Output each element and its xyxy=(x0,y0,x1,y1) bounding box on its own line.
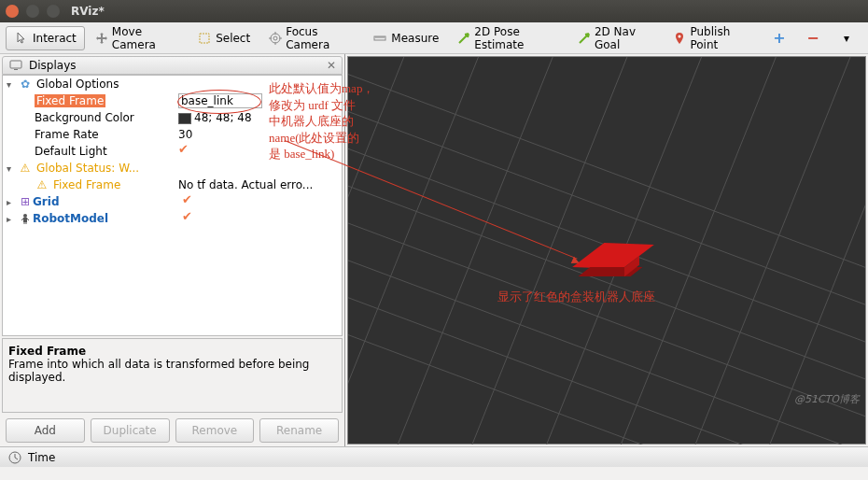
annotation-bottom: 显示了红色的盒装机器人底座 xyxy=(497,289,655,305)
plus-icon: + xyxy=(772,31,787,46)
select-icon xyxy=(197,31,212,46)
window-close-button[interactable] xyxy=(6,5,19,18)
description-text: Frame into which all data is transformed… xyxy=(8,358,310,384)
gear-icon: ✿ xyxy=(18,77,33,92)
grid-icon: ⊞ xyxy=(18,194,33,209)
svg-rect-5 xyxy=(10,61,21,68)
svg-rect-8 xyxy=(23,218,27,222)
publish-point-label: Publish Point xyxy=(690,25,751,51)
displays-panel-title: Displays xyxy=(29,59,76,72)
rename-button[interactable]: Rename xyxy=(259,418,339,443)
pose-estimate-button[interactable]: 2D Pose Estimate xyxy=(449,21,567,56)
expand-icon[interactable]: ▾ xyxy=(7,163,18,174)
displays-icon xyxy=(8,58,23,73)
window-maximize-button[interactable] xyxy=(47,5,60,18)
measure-button[interactable]: Measure xyxy=(364,26,447,50)
global-options-label: Global Options xyxy=(36,78,119,91)
window-title: RViz* xyxy=(71,5,105,18)
nav-goal-button[interactable]: 2D Nav Goal xyxy=(569,21,664,56)
arrow-icon xyxy=(578,31,591,46)
time-panel-header[interactable]: Time xyxy=(0,446,868,467)
robot-icon xyxy=(18,211,33,226)
remove-button[interactable]: Remove xyxy=(175,418,255,443)
pointer-icon xyxy=(14,31,29,46)
svg-rect-0 xyxy=(200,34,209,43)
svg-line-24 xyxy=(738,57,865,445)
fixed-frame-msg: No tf data. Actual erro... xyxy=(175,178,342,191)
default-light-checkbox[interactable] xyxy=(178,144,191,157)
svg-rect-6 xyxy=(14,69,18,70)
default-light-label: Default Light xyxy=(35,145,107,158)
tree-item-fixed-frame-status[interactable]: ⚠Fixed Frame No tf data. Actual erro... xyxy=(3,176,342,193)
panel-button-row: Add Duplicate Remove Rename xyxy=(0,415,344,446)
grid-label: Grid xyxy=(33,195,59,208)
ruler-icon xyxy=(372,31,387,46)
duplicate-button[interactable]: Duplicate xyxy=(91,418,170,443)
focus-camera-button[interactable]: Focus Camera xyxy=(260,21,362,56)
nav-goal-label: 2D Nav Goal xyxy=(595,25,655,51)
3d-viewport[interactable]: 显示了红色的盒装机器人底座 @51CTO博客 xyxy=(347,56,866,445)
select-button[interactable]: Select xyxy=(189,26,259,50)
warning-icon: ⚠ xyxy=(35,177,49,192)
add-button[interactable]: Add xyxy=(6,418,85,443)
svg-line-19 xyxy=(367,57,571,445)
robot-model-checkbox[interactable] xyxy=(182,211,195,224)
arrow-icon xyxy=(457,31,470,46)
move-icon xyxy=(95,31,108,46)
target-icon xyxy=(269,31,282,46)
pose-estimate-label: 2D Pose Estimate xyxy=(474,25,559,51)
publish-point-button[interactable]: Publish Point xyxy=(665,21,760,56)
window-minimize-button[interactable] xyxy=(26,5,39,18)
fixed-frame-label: Fixed Frame xyxy=(35,94,105,107)
frame-rate-label: Frame Rate xyxy=(35,128,99,141)
move-camera-label: Move Camera xyxy=(112,25,178,51)
clock-icon xyxy=(7,450,22,465)
window-titlebar: RViz* xyxy=(0,0,868,22)
annotation-top: 此处默认值为map， 修改为 urdf 文件 中机器人底座的 name(此处设置… xyxy=(269,80,374,162)
svg-point-2 xyxy=(273,36,277,40)
expand-icon[interactable]: ▸ xyxy=(7,197,18,207)
toolbar-menu-button[interactable]: ▾ xyxy=(831,26,862,50)
description-heading: Fixed Frame xyxy=(8,345,86,358)
svg-line-16 xyxy=(348,318,865,445)
pin-icon xyxy=(673,31,686,46)
panel-close-button[interactable]: ✕ xyxy=(327,59,336,72)
warning-icon: ⚠ xyxy=(18,161,33,176)
robot-model-label: RobotModel xyxy=(33,212,108,225)
time-label: Time xyxy=(28,451,55,464)
svg-line-11 xyxy=(348,205,865,438)
main-area: Displays ✕ ▾ ✿Global Options Fixed Frame… xyxy=(0,54,868,446)
interact-label: Interact xyxy=(33,32,77,45)
fixed-frame-sub-label: Fixed Frame xyxy=(53,178,120,191)
grid-checkbox[interactable] xyxy=(182,194,195,207)
remove-tool-button[interactable]: − xyxy=(797,26,829,50)
interact-button[interactable]: Interact xyxy=(6,26,85,50)
annotation-circle xyxy=(177,90,261,114)
expand-icon[interactable]: ▸ xyxy=(7,214,18,224)
main-toolbar: Interact Move Camera Select Focus Camera… xyxy=(0,22,868,54)
svg-point-1 xyxy=(271,34,280,43)
svg-line-10 xyxy=(348,169,865,402)
svg-point-4 xyxy=(679,35,681,37)
global-status-label: Global Status: W... xyxy=(36,162,139,175)
svg-point-7 xyxy=(23,214,27,218)
tree-item-robot-model[interactable]: ▸ RobotModel xyxy=(3,210,342,227)
tree-item-grid[interactable]: ▸ ⊞ Grid xyxy=(3,193,342,210)
watermark: @51CTO博客 xyxy=(794,392,860,406)
minus-icon: − xyxy=(805,31,820,46)
focus-camera-label: Focus Camera xyxy=(286,25,354,51)
measure-label: Measure xyxy=(391,32,439,45)
description-panel: Fixed Frame Frame into which all data is… xyxy=(2,338,343,413)
color-swatch[interactable] xyxy=(178,113,191,124)
move-camera-button[interactable]: Move Camera xyxy=(87,21,187,56)
chevron-down-icon: ▾ xyxy=(839,31,854,46)
select-label: Select xyxy=(216,32,250,45)
bg-color-label: Background Color xyxy=(35,111,134,124)
svg-line-23 xyxy=(665,57,865,445)
displays-panel-header[interactable]: Displays ✕ xyxy=(2,56,343,75)
add-tool-button[interactable]: + xyxy=(763,26,795,50)
expand-icon[interactable]: ▾ xyxy=(7,79,18,90)
